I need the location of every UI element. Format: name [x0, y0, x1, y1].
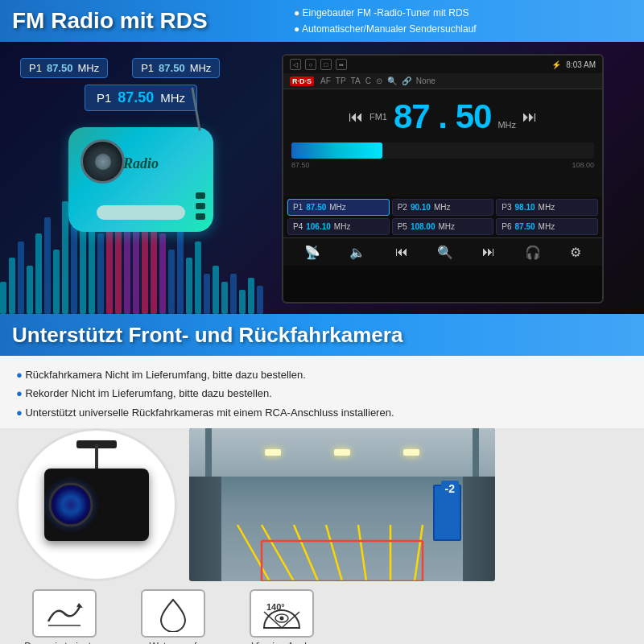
radio-btn-1: [196, 192, 205, 199]
svg-rect-4: [35, 233, 42, 314]
tuner-bar[interactable]: [291, 142, 594, 159]
badge3-unit: MHz: [160, 91, 185, 105]
parking-pillar-left: [205, 428, 212, 477]
badge3-label: P1: [97, 91, 111, 105]
preset-5[interactable]: P5 108.00 MHz: [392, 218, 494, 235]
waterproof-svg: [157, 596, 189, 632]
preset-2[interactable]: P2 90.10 MHz: [392, 199, 494, 216]
svg-rect-3: [27, 266, 33, 314]
badge1-unit: MHz: [77, 62, 99, 74]
camera-bullet-1: Rückfahrkamera Nicht im Lieferumfang, bi…: [16, 365, 628, 384]
preset-1[interactable]: P1 87.50 MHz: [287, 199, 390, 216]
skip-forward-icon[interactable]: ⏭: [482, 245, 495, 259]
rds-options: AF TP TA C ⊙ 🔍 🔗 None: [320, 76, 436, 85]
svg-rect-19: [168, 250, 175, 314]
preset-5-freq: 108.00: [411, 222, 436, 231]
camera-section: Unterstützt Front- und Rückfahrkamera Rü…: [0, 314, 644, 644]
station-label: FM1: [369, 112, 387, 122]
freq-badge-large: P1 87.50 MHz: [85, 85, 197, 111]
camera-bullet-3: Unterstützt universelle Rückfahrkameras …: [16, 403, 628, 422]
preset-6-label: P6: [502, 222, 511, 231]
svg-line-30: [237, 525, 270, 581]
settings-icon[interactable]: ⚙: [570, 245, 581, 260]
fm-feature-2: Automatischer/Manualer Sendersuchlauf: [294, 21, 477, 37]
preset-2-label: P2: [398, 203, 407, 212]
preset-1-label: P1: [293, 203, 303, 212]
svg-line-32: [294, 525, 318, 581]
skip-back-icon[interactable]: ⏮: [395, 245, 408, 259]
rds-tp[interactable]: TP: [336, 76, 346, 85]
rds-eq-icon[interactable]: ⊙: [376, 76, 382, 85]
radio-speaker: [80, 139, 125, 184]
rds-wifi-icon[interactable]: 🔗: [402, 76, 411, 85]
radio-btn-3: [196, 213, 205, 220]
preset-4[interactable]: P4 106.10 MHz: [287, 218, 390, 235]
screen-top-bar: ◁ ○ □ ▪▪ ⚡ 8:03 AM: [283, 56, 602, 73]
freq-badge-1: P1 87.50 MHz: [20, 58, 108, 78]
camera-title: Unterstützt Front- und Rückfahrkamera: [12, 323, 402, 348]
menu-icon[interactable]: □: [320, 59, 332, 70]
cast-icon[interactable]: 📡: [304, 245, 320, 260]
rds-search-icon[interactable]: 🔍: [387, 76, 397, 85]
back-icon[interactable]: ◁: [290, 59, 301, 70]
preset-6[interactable]: P6 87.50 MHz: [496, 218, 598, 235]
rds-c[interactable]: C: [365, 76, 371, 85]
tuner-start: 87.50: [291, 161, 310, 169]
radio-area: P1 87.50 MHz P1 87.50 MHz P1 87.50 MHz: [0, 42, 282, 314]
camera-content: Rückfahrkamera Nicht im Lieferumfang, bi…: [0, 356, 644, 644]
prev-button[interactable]: ⏮: [349, 109, 363, 126]
badge2-freq: 87.50: [159, 62, 185, 74]
svg-rect-5: [44, 217, 51, 314]
radio-btn-2: [196, 203, 205, 209]
rds-ta[interactable]: TA: [351, 76, 361, 85]
preset-4-freq: 106.10: [306, 222, 331, 231]
feature-waterproof: Waterproof: [125, 589, 221, 644]
svg-marker-41: [76, 603, 83, 608]
screen-icons: ◁ ○ □ ▪▪: [290, 59, 347, 70]
parking-lines-svg: [189, 477, 495, 581]
screen-time: 8:03 AM: [566, 60, 596, 69]
frequency-display: 87 . 50: [394, 97, 491, 136]
preset-3-label: P3: [502, 203, 511, 212]
dynamic-trajectory-icon: [32, 589, 97, 638]
preset-3[interactable]: P3 98.10 MHz: [496, 199, 598, 216]
camera-bullets: Rückfahrkamera Nicht im Lieferumfang, bi…: [0, 356, 644, 428]
radio-image: Radio: [60, 127, 221, 256]
next-button[interactable]: ⏭: [522, 109, 537, 126]
preset-2-unit: MHz: [434, 203, 451, 212]
svg-line-34: [358, 525, 366, 581]
preset-4-label: P4: [293, 222, 303, 231]
badge2-label: P1: [141, 62, 154, 74]
svg-rect-24: [213, 266, 219, 314]
angle-svg: 140°: [260, 596, 304, 632]
preset-6-unit: MHz: [539, 222, 555, 231]
camera-body: [44, 469, 149, 541]
home-icon[interactable]: ○: [305, 59, 316, 70]
rds-af[interactable]: AF: [320, 76, 331, 85]
radio-dial: [97, 205, 185, 220]
viewing-angle-icon: 140°: [250, 589, 314, 638]
fm-features: Eingebauter FM -Radio-Tuner mit RDS Auto…: [294, 5, 477, 38]
feature-row: Dynamic trajectory Waterproof 140°: [0, 581, 644, 644]
freq-badges-top: P1 87.50 MHz P1 87.50 MHz: [20, 58, 262, 78]
freq-badge-2: P1 87.50 MHz: [132, 58, 220, 78]
info-icon[interactable]: ▪▪: [336, 59, 347, 70]
badge1-label: P1: [29, 62, 42, 74]
badge1-freq: 87.50: [47, 62, 73, 74]
headphone-icon[interactable]: 🎧: [525, 245, 541, 260]
badge2-unit: MHz: [190, 62, 212, 74]
parking-camera-view: -2: [189, 428, 495, 581]
feature-dynamic-trajectory: Dynamic trajectory: [16, 589, 113, 644]
parking-floor: -2: [189, 477, 495, 581]
tuner-labels: 87.50 108.00: [291, 161, 594, 169]
car-screen: ◁ ○ □ ▪▪ ⚡ 8:03 AM R·D·S AF TP: [282, 54, 604, 303]
svg-rect-27: [239, 290, 246, 314]
preset-3-freq: 98.10: [515, 203, 535, 212]
volume-icon[interactable]: 🔈: [349, 245, 365, 260]
zoom-icon[interactable]: 🔍: [437, 245, 453, 260]
svg-line-33: [326, 525, 342, 581]
parking-pillar-right: [473, 428, 479, 477]
fm-content: P1 87.50 MHz P1 87.50 MHz P1 87.50 MHz: [0, 42, 644, 314]
svg-line-36: [415, 525, 423, 581]
parking-light-2: [334, 449, 350, 456]
